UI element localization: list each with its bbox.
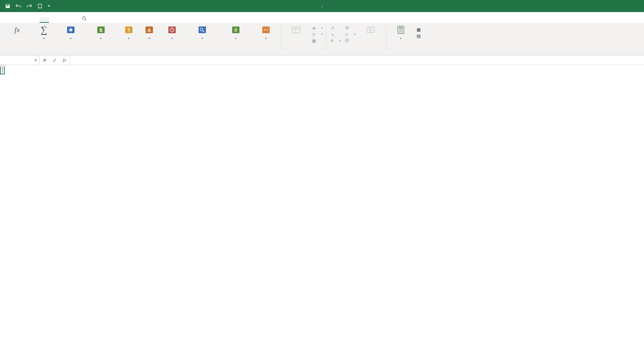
touch-mode-icon[interactable] bbox=[36, 2, 44, 10]
svg-point-26 bbox=[400, 30, 401, 31]
formula-tooltip bbox=[0, 65, 5, 67]
recently-used-button[interactable]: ▾ bbox=[59, 24, 83, 40]
svg-text:θ: θ bbox=[234, 27, 237, 33]
lookup-button[interactable]: ▾ bbox=[187, 24, 217, 40]
ribbon: fx ∑ ▾ ▾ $ ▾ ? ▾ A ▾ bbox=[0, 23, 644, 56]
formula-input[interactable] bbox=[70, 56, 644, 65]
ribbon-tabs bbox=[0, 12, 644, 23]
more-functions-button[interactable]: ▾ bbox=[254, 24, 278, 40]
calculator-icon bbox=[395, 25, 407, 35]
create-from-selection-button: ▦ bbox=[311, 38, 323, 43]
svg-point-18 bbox=[265, 29, 266, 30]
svg-point-22 bbox=[369, 28, 372, 31]
svg-text:$: $ bbox=[100, 27, 103, 33]
svg-point-17 bbox=[264, 29, 265, 30]
svg-point-25 bbox=[399, 30, 400, 31]
titlebar: - bbox=[0, 0, 644, 12]
insert-function-icon[interactable]: fx bbox=[60, 56, 70, 65]
star-icon bbox=[65, 25, 76, 35]
group-funktionsbibliothek: fx ∑ ▾ ▾ $ ▾ ? ▾ A ▾ bbox=[2, 24, 281, 55]
trace-precedents-button: ↗ bbox=[329, 25, 341, 31]
tab-start[interactable] bbox=[11, 18, 21, 23]
svg-rect-21 bbox=[367, 27, 374, 33]
error-icon: ⚠ bbox=[344, 32, 350, 37]
sigma-icon: ∑ bbox=[38, 25, 50, 35]
group-definierte-namen: ◈▾ fx▾ ▦ bbox=[281, 24, 326, 55]
svg-rect-12 bbox=[199, 26, 206, 33]
remove-arrows-button: ✕▾ bbox=[329, 38, 341, 43]
watch-window-button bbox=[359, 24, 382, 36]
arrow-down-icon: ↘ bbox=[329, 32, 335, 37]
show-formulas-icon: ⧉ bbox=[344, 25, 350, 31]
fx-icon: fx bbox=[11, 25, 23, 35]
tab-einfuegen[interactable] bbox=[21, 18, 30, 23]
autosum-button[interactable]: ∑ ▾ bbox=[32, 24, 56, 40]
chevron-down-icon[interactable]: ▼ bbox=[34, 59, 37, 62]
cancel-button[interactable]: ✕ bbox=[40, 56, 50, 65]
svg-rect-24 bbox=[399, 27, 403, 29]
calculation-options-button[interactable]: ▾ bbox=[389, 24, 413, 40]
arrow-up-icon: ↗ bbox=[329, 25, 335, 31]
svg-text:?: ? bbox=[127, 27, 130, 33]
calc-sheet-icon: ▤ bbox=[416, 33, 421, 39]
fx-small-icon: fx bbox=[311, 32, 317, 37]
svg-point-1 bbox=[40, 7, 40, 8]
lookup-icon bbox=[197, 25, 208, 35]
save-icon[interactable] bbox=[4, 2, 11, 10]
text-button[interactable]: A ▾ bbox=[142, 24, 157, 40]
calc-now-icon: ▦ bbox=[416, 27, 421, 32]
more-icon bbox=[260, 25, 272, 35]
name-manager-icon bbox=[290, 25, 302, 35]
define-name-button: ◈▾ bbox=[311, 25, 323, 31]
date-time-button[interactable]: ▾ bbox=[160, 24, 184, 40]
logical-button[interactable]: ? ▾ bbox=[119, 24, 138, 40]
tag-icon: ◈ bbox=[311, 25, 317, 31]
tab-ueberpruefen[interactable] bbox=[58, 18, 68, 23]
selection-icon: ▦ bbox=[311, 38, 317, 43]
tab-formeln[interactable] bbox=[40, 17, 49, 23]
qat-customize-icon[interactable] bbox=[47, 2, 51, 10]
name-box[interactable]: ▼ bbox=[0, 56, 40, 65]
svg-text:A: A bbox=[148, 27, 151, 33]
financial-button[interactable]: $ ▾ bbox=[86, 24, 116, 40]
remove-arrows-icon: ✕ bbox=[329, 38, 335, 43]
tab-ansicht[interactable] bbox=[68, 18, 77, 23]
logical-icon: ? bbox=[123, 25, 135, 35]
show-formulas-button: ⧉ bbox=[344, 25, 356, 31]
group-berechnung: ▾ ▦ ▤ bbox=[386, 24, 427, 55]
svg-point-19 bbox=[267, 29, 268, 30]
tell-me-search[interactable] bbox=[77, 14, 92, 23]
tab-daten[interactable] bbox=[49, 18, 58, 23]
use-in-formula-button: fx▾ bbox=[311, 32, 323, 37]
quick-access-toolbar bbox=[0, 2, 51, 10]
calculate-now-button[interactable]: ▦ bbox=[416, 27, 423, 32]
text-icon: A bbox=[144, 25, 155, 35]
enter-button[interactable]: ✓ bbox=[50, 56, 60, 65]
svg-point-2 bbox=[83, 17, 86, 20]
math-trig-button[interactable]: θ ▾ bbox=[221, 24, 251, 40]
svg-point-27 bbox=[402, 30, 403, 31]
error-checking-button: ⚠▾ bbox=[344, 32, 356, 37]
calculate-sheet-button[interactable]: ▤ bbox=[416, 33, 423, 39]
financial-icon: $ bbox=[95, 25, 107, 35]
tab-seitenlayout[interactable] bbox=[30, 18, 40, 23]
tab-datei[interactable] bbox=[2, 18, 11, 23]
group-formelueberwachung: ↗ ↘ ✕▾ ⧉ ⚠▾ ⦿ bbox=[326, 24, 386, 55]
formula-bar-buttons: ✕ ✓ fx bbox=[40, 56, 70, 65]
theta-icon: θ bbox=[230, 25, 241, 35]
svg-point-29 bbox=[400, 32, 401, 33]
svg-rect-20 bbox=[292, 27, 300, 33]
window-title: - bbox=[321, 3, 323, 9]
undo-icon[interactable] bbox=[15, 2, 22, 10]
svg-point-28 bbox=[399, 32, 400, 33]
evaluate-formula-button: ⦿ bbox=[344, 38, 356, 43]
search-icon bbox=[82, 16, 87, 21]
redo-icon[interactable] bbox=[25, 2, 33, 10]
insert-function-button[interactable]: fx bbox=[5, 24, 29, 36]
trace-dependents-button: ↘ bbox=[329, 32, 341, 37]
evaluate-icon: ⦿ bbox=[344, 38, 350, 43]
formula-bar: ▼ ✕ ✓ fx bbox=[0, 56, 644, 65]
svg-point-30 bbox=[402, 32, 403, 33]
clock-icon bbox=[166, 25, 178, 35]
watch-window-icon bbox=[365, 25, 376, 35]
